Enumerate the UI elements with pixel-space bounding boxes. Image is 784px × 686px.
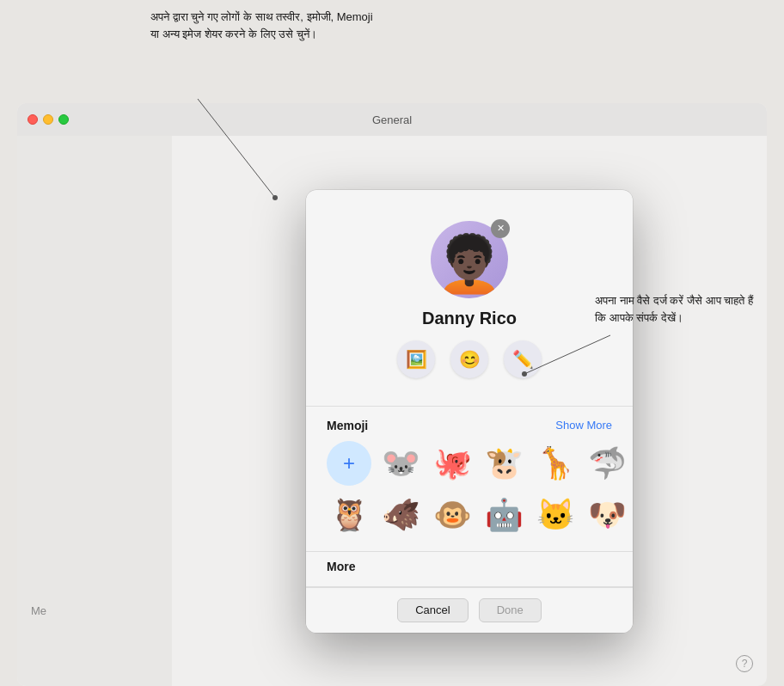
background-window: General Me ? 🧑🏿‍🦱 ✕ Danny Rico 🖼️	[17, 103, 767, 686]
memoji-shark[interactable]: 🦈	[585, 441, 629, 486]
avatar-close-button[interactable]: ✕	[491, 219, 510, 238]
memoji-mouse[interactable]: 🐭	[378, 441, 423, 486]
fullscreen-button[interactable]	[58, 114, 69, 125]
user-name: Danny Rico	[422, 309, 517, 328]
avatar-wrapper: 🧑🏿‍🦱 ✕	[431, 221, 508, 298]
show-more-button[interactable]: Show More	[555, 419, 612, 432]
sidebar: Me	[17, 136, 172, 686]
avatar-emoji: 🧑🏿‍🦱	[435, 236, 504, 291]
done-button[interactable]: Done	[479, 598, 542, 622]
memoji-robot[interactable]: 🤖	[481, 493, 526, 537]
memoji-cat[interactable]: 🐱	[533, 493, 578, 537]
minimize-button[interactable]	[43, 114, 53, 125]
window-title: General	[372, 113, 412, 126]
memoji-row-2: 🦉 🐗 🐵 🤖 🐱 🐶	[327, 493, 612, 537]
memoji-add-button[interactable]: +	[327, 441, 371, 486]
sidebar-item-me[interactable]: Me	[31, 604, 46, 617]
more-label: More	[327, 560, 355, 573]
emoji-button[interactable]: 😊	[450, 340, 488, 378]
memoji-monkey[interactable]: 🐵	[430, 493, 475, 537]
edit-button[interactable]: ✏️	[504, 340, 542, 378]
memoji-cow[interactable]: 🐮	[481, 441, 526, 486]
window-titlebar: General	[17, 103, 767, 136]
action-buttons: 🖼️ 😊 ✏️	[397, 340, 542, 378]
memoji-label: Memoji	[327, 419, 368, 432]
memoji-section: Memoji Show More + 🐭 🐙 🐮 🦒 🦈 🦉	[327, 407, 612, 551]
memoji-owl[interactable]: 🦉	[327, 493, 371, 537]
callout-top: अपने द्वारा चुने गए लोगों के साथ तस्वीर,…	[150, 9, 374, 42]
traffic-lights	[28, 114, 69, 125]
photo-button[interactable]: 🖼️	[397, 340, 435, 378]
memoji-header: Memoji Show More	[327, 419, 612, 432]
cancel-button[interactable]: Cancel	[397, 598, 468, 622]
modal-container: 🧑🏿‍🦱 ✕ Danny Rico 🖼️ 😊 ✏️ Memo	[172, 136, 767, 686]
modal-content: 🧑🏿‍🦱 ✕ Danny Rico 🖼️ 😊 ✏️ Memo	[306, 190, 633, 587]
memoji-octopus[interactable]: 🐙	[430, 441, 475, 486]
memoji-giraffe[interactable]: 🦒	[533, 441, 578, 486]
modal-footer: Cancel Done	[306, 587, 633, 633]
memoji-boar[interactable]: 🐗	[378, 493, 423, 537]
avatar-section: 🧑🏿‍🦱 ✕ Danny Rico 🖼️ 😊 ✏️	[327, 207, 612, 395]
close-button[interactable]	[28, 114, 38, 125]
memoji-row-1: + 🐭 🐙 🐮 🦒 🦈	[327, 441, 612, 486]
modal-dialog: 🧑🏿‍🦱 ✕ Danny Rico 🖼️ 😊 ✏️ Memo	[306, 190, 633, 633]
more-section: More	[327, 552, 612, 586]
memoji-dog[interactable]: 🐶	[585, 493, 629, 537]
